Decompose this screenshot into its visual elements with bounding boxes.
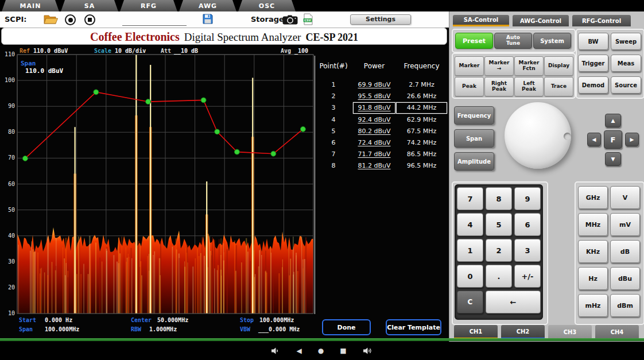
numpad-key-3[interactable]: 3 bbox=[514, 239, 541, 262]
rotary-knob[interactable] bbox=[505, 102, 571, 169]
left-peak-button[interactable]: Left Peak bbox=[514, 77, 544, 96]
point-power-value[interactable]: 80.2 dBuV bbox=[354, 126, 395, 137]
unit-key-khz[interactable]: KHz bbox=[578, 240, 608, 263]
numpad-key-5[interactable]: 5 bbox=[486, 213, 512, 236]
arrow-left-button[interactable]: ◀ bbox=[587, 133, 601, 146]
frequency-button[interactable]: Frequency bbox=[454, 106, 494, 125]
marker-button[interactable]: Marker bbox=[455, 56, 484, 76]
point-power-value[interactable]: 71.7 dBuV bbox=[354, 149, 395, 160]
f-button[interactable]: F bbox=[604, 130, 622, 149]
trigger-button[interactable]: Trigger bbox=[578, 55, 608, 72]
numpad-key-2[interactable]: 2 bbox=[486, 239, 512, 262]
meas-button[interactable]: Meas bbox=[611, 55, 641, 72]
point-power-value[interactable]: 95.5 dBuV bbox=[354, 91, 395, 102]
point-power-value[interactable]: 72.4 dBuV bbox=[354, 138, 395, 148]
channel-tab-ch1[interactable]: CH1 bbox=[454, 325, 498, 339]
auto-tune-button[interactable]: Auto Tune bbox=[494, 33, 532, 49]
bw-button[interactable]: BW bbox=[578, 33, 608, 50]
span-button[interactable]: Span bbox=[454, 129, 494, 148]
numpad-key-6[interactable]: 6 bbox=[514, 213, 541, 236]
y-tick-label: 90 bbox=[0, 103, 15, 109]
numpad-key-backspace[interactable]: ← bbox=[486, 291, 541, 313]
point-power-value[interactable]: 91.8 dBuV bbox=[354, 103, 395, 113]
channel-tab-ch2[interactable]: CH2 bbox=[501, 325, 545, 339]
point-frequency-value[interactable]: 67.5 MHz bbox=[397, 126, 447, 137]
marker-button[interactable]: Marker → bbox=[484, 56, 514, 76]
camera-icon[interactable] bbox=[282, 15, 298, 25]
numpad-key-7[interactable]: 7 bbox=[457, 187, 483, 210]
peak-button[interactable]: Peak bbox=[455, 77, 484, 96]
unit-key-mv[interactable]: mV bbox=[610, 213, 640, 236]
top-tab-bar: MAINSARFGAWGOSC bbox=[0, 0, 644, 11]
volume-up-icon[interactable] bbox=[363, 347, 373, 355]
top-tab-main[interactable]: MAIN bbox=[2, 0, 59, 11]
unit-key-hz[interactable]: Hz bbox=[578, 267, 608, 290]
point-frequency-value[interactable]: 86.5 MHz bbox=[397, 149, 447, 160]
numpad-key-9[interactable]: 9 bbox=[514, 187, 541, 210]
recents-icon[interactable]: ■ bbox=[340, 347, 346, 354]
source-button[interactable]: Source bbox=[611, 76, 641, 94]
scpi-command-input[interactable] bbox=[122, 16, 187, 26]
system-button[interactable]: System bbox=[533, 33, 571, 49]
amplitude-button[interactable]: Amplitude bbox=[454, 152, 494, 171]
point-power-value[interactable]: 81.2 dBuV bbox=[354, 161, 395, 171]
preset-button[interactable]: Preset bbox=[455, 33, 493, 49]
top-tab-awg[interactable]: AWG bbox=[179, 0, 236, 11]
point-frequency-value[interactable]: 74.2 MHz bbox=[397, 138, 447, 148]
unit-key-mhz[interactable]: MHz bbox=[578, 213, 608, 236]
control-tab-sa-control[interactable]: SA-Control bbox=[453, 15, 509, 26]
save-icon[interactable] bbox=[202, 13, 214, 25]
csv-icon-label: CSV bbox=[304, 18, 311, 22]
unit-key-v[interactable]: V bbox=[610, 186, 640, 209]
numpad-key-0[interactable]: 0 bbox=[457, 265, 483, 288]
unit-key-ghz[interactable]: GHz bbox=[578, 186, 608, 209]
demod-button[interactable]: Demod bbox=[578, 76, 608, 94]
point-frequency-value[interactable]: 44.2 MHz bbox=[397, 103, 447, 113]
numpad-key-8[interactable]: 8 bbox=[486, 187, 512, 210]
numpad-key-clear[interactable]: C bbox=[457, 291, 483, 313]
marker-fctn-button[interactable]: Marker Fctn bbox=[514, 56, 544, 76]
unit-key-milli-hz[interactable]: mHz bbox=[578, 294, 608, 317]
scale-label: Scale bbox=[94, 48, 111, 54]
control-tab-awg-control[interactable]: AWG-Control bbox=[513, 15, 569, 26]
top-tab-osc[interactable]: OSC bbox=[238, 0, 296, 11]
point-frequency-value[interactable]: 2.7 MHz bbox=[397, 80, 447, 90]
numpad-key-1[interactable]: 1 bbox=[457, 239, 483, 262]
done-button[interactable]: Done bbox=[322, 319, 371, 335]
clear-template-button[interactable]: Clear Template bbox=[386, 319, 441, 335]
numpad-key-dot[interactable]: . bbox=[486, 265, 512, 288]
vbw-value: ___0.000 MHz bbox=[258, 326, 300, 332]
arrow-up-button[interactable]: ▲ bbox=[605, 114, 621, 127]
control-tab-rfg-control[interactable]: RFG-Control bbox=[572, 15, 631, 26]
point-frequency-value[interactable]: 96.5 MHz bbox=[397, 161, 447, 171]
unit-key-db[interactable]: dB bbox=[610, 240, 640, 263]
arrow-right-button[interactable]: ▶ bbox=[625, 133, 639, 146]
trace-button[interactable]: Trace bbox=[544, 77, 573, 96]
display-button[interactable]: Display bbox=[544, 56, 573, 76]
numpad-key-4[interactable]: 4 bbox=[457, 213, 483, 236]
top-tab-sa[interactable]: SA bbox=[61, 0, 118, 11]
top-tab-rfg[interactable]: RFG bbox=[120, 0, 177, 11]
sweep-button[interactable]: Sweep bbox=[611, 33, 641, 50]
point-frequency-value[interactable]: 62.9 MHz bbox=[397, 115, 447, 125]
y-tick-label: 110 bbox=[0, 51, 15, 57]
channel-tab-ch3[interactable]: CH3 bbox=[548, 325, 592, 339]
folder-open-icon[interactable] bbox=[44, 14, 59, 25]
csv-export-icon[interactable]: CSV bbox=[303, 13, 313, 25]
point-power-value[interactable]: 69.9 dBuV bbox=[354, 80, 395, 90]
home-icon[interactable]: ● bbox=[318, 347, 324, 354]
right-peak-button[interactable]: Right Peak bbox=[484, 77, 514, 96]
numpad-key-plus-minus[interactable]: +/- bbox=[514, 265, 541, 288]
record-icon[interactable] bbox=[65, 14, 76, 25]
unit-key-dbm[interactable]: dBm bbox=[610, 294, 640, 317]
settings-button[interactable]: Settings bbox=[350, 14, 411, 25]
arrow-down-button[interactable]: ▼ bbox=[605, 152, 621, 166]
back-icon[interactable]: ◀ bbox=[296, 347, 301, 354]
point-frequency-value[interactable]: 26.6 MHz bbox=[397, 91, 447, 102]
volume-down-icon[interactable] bbox=[271, 347, 280, 355]
unit-key-dbu[interactable]: dBu bbox=[610, 267, 640, 290]
center-value: 50.000MHz bbox=[157, 317, 188, 323]
channel-tab-ch4[interactable]: CH4 bbox=[595, 325, 639, 339]
stop-icon[interactable] bbox=[84, 14, 95, 25]
point-power-value[interactable]: 92.4 dBuV bbox=[354, 115, 395, 125]
